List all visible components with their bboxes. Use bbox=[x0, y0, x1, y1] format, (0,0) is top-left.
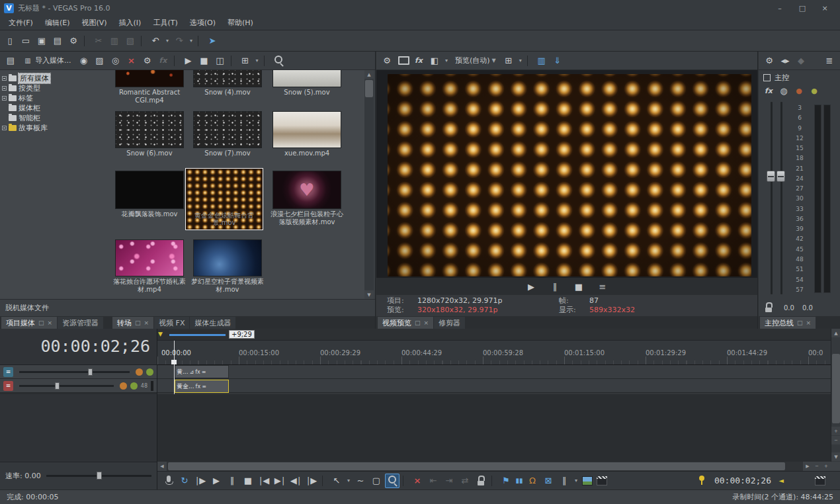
master-icon-master-solo[interactable]: ● bbox=[807, 83, 821, 98]
transport-envelope-edit-tool[interactable]: ~ bbox=[353, 474, 368, 488]
preview-transport-play-button[interactable]: ▶ bbox=[524, 279, 538, 294]
fader-handle-right[interactable] bbox=[777, 171, 785, 182]
tab-close-icon[interactable]: × bbox=[48, 319, 53, 326]
scroll-right-icon[interactable]: ▶ bbox=[803, 462, 812, 471]
expand-icon[interactable] bbox=[2, 76, 7, 81]
tab-close-icon[interactable]: × bbox=[144, 319, 149, 326]
menu-item[interactable]: 编辑(E) bbox=[39, 16, 76, 30]
preview-icon-save-snapshot[interactable]: ⇓ bbox=[550, 54, 565, 68]
transport-go-to-start[interactable]: ∣◀ bbox=[257, 474, 271, 488]
track-lane-1[interactable] bbox=[157, 365, 831, 379]
tree-item[interactable]: 所有媒体 bbox=[0, 73, 74, 83]
master-icon-master-fx[interactable]: fx bbox=[761, 83, 776, 98]
preview-icon-grid-overlay[interactable]: ⊞ bbox=[501, 54, 516, 68]
event-fx-icon[interactable]: fx bbox=[195, 369, 200, 375]
tab-media-generators[interactable]: 媒体生成器 bbox=[190, 317, 235, 329]
tab-float-icon[interactable]: □ bbox=[135, 319, 141, 326]
window-button-maximize[interactable]: □ bbox=[791, 1, 814, 15]
transport-event-thumbnails[interactable] bbox=[581, 474, 594, 488]
transport-snapping[interactable]: ∥ bbox=[557, 474, 571, 488]
transport-record[interactable] bbox=[161, 474, 176, 488]
tree-item[interactable]: 智能柜 bbox=[0, 113, 74, 123]
transport-snapping-dropdown[interactable]: ▾ bbox=[573, 474, 579, 488]
transport-selection-edit-tool[interactable]: ▢ bbox=[369, 474, 384, 488]
tree-item[interactable]: 媒体柜 bbox=[0, 103, 74, 113]
tab-explorer[interactable]: 资源管理器 bbox=[58, 317, 103, 329]
time-ruler[interactable]: 00:00:00 00:00:15:00 00:00:29:29 00:00:4… bbox=[157, 341, 831, 365]
transport-lock-event[interactable] bbox=[474, 474, 488, 488]
tab-project-media[interactable]: 项目媒体 □ × bbox=[1, 317, 57, 329]
media-icon-auto-preview[interactable]: ◫ bbox=[213, 54, 228, 68]
menu-item[interactable]: 文件(F) bbox=[3, 16, 39, 30]
transport-trim-event-start[interactable]: ⇤ bbox=[426, 474, 441, 488]
event-menu-icon[interactable]: ≡ bbox=[202, 384, 206, 390]
media-icon-media-properties[interactable]: ⚙ bbox=[140, 54, 155, 68]
scrollbar-thumb[interactable] bbox=[365, 80, 373, 97]
toolbar-icon-open-project[interactable]: ▭ bbox=[19, 34, 33, 48]
media-item[interactable]: 梦幻星空粒子背景视频素材.mov bbox=[190, 239, 265, 294]
preview-icon-preview-properties[interactable]: ⚙ bbox=[380, 54, 394, 68]
media-item[interactable]: 浪漫七夕栏目包装粒子心落版视频素材.mov bbox=[270, 171, 344, 226]
track-icon[interactable]: ≡ bbox=[3, 367, 13, 377]
media-item[interactable]: 花瓣飘落装饰.mov bbox=[112, 171, 187, 218]
event-clip-2-selected[interactable]: 黄金... fx ≡ bbox=[175, 380, 229, 393]
event-fx-icon[interactable]: fx bbox=[196, 384, 201, 390]
transport-time-display[interactable]: 00:00:02;26 bbox=[714, 476, 771, 485]
transport-play[interactable]: ▶ bbox=[209, 474, 224, 488]
preview-icon-external-monitor[interactable] bbox=[396, 54, 410, 68]
scrollbar-thumb[interactable] bbox=[168, 462, 785, 470]
expand-icon[interactable] bbox=[2, 86, 7, 91]
pan-crop-icon[interactable]: ⊿ bbox=[190, 369, 194, 375]
toolbar-icon-save-project[interactable]: ▣ bbox=[34, 34, 49, 48]
preview-icon-split-screen-dropdown[interactable]: ▾ bbox=[443, 54, 450, 68]
scrollbar-thumb[interactable] bbox=[832, 354, 840, 423]
menu-item[interactable]: 帮助(H) bbox=[222, 16, 259, 30]
mute-button[interactable] bbox=[136, 368, 143, 376]
transport-play-from-start[interactable]: ∣▶ bbox=[193, 474, 208, 488]
zoom-in-icon[interactable]: + bbox=[831, 427, 840, 435]
master-icon-automation-settings[interactable]: ◍ bbox=[777, 83, 791, 98]
tree-item[interactable]: 标签 bbox=[0, 93, 74, 103]
tab-close-icon[interactable]: × bbox=[806, 319, 812, 326]
transport-insert-marker[interactable]: ⚑ bbox=[499, 474, 513, 488]
track-volume-slider[interactable] bbox=[19, 371, 130, 373]
mute-button[interactable] bbox=[120, 382, 127, 390]
transport-zoom-edit-tool[interactable] bbox=[385, 474, 399, 488]
tree-item[interactable]: 按类型 bbox=[0, 83, 74, 93]
marker-bar[interactable]: ▼ +9;29 bbox=[157, 329, 831, 341]
media-icon-extract-audio[interactable]: ◎ bbox=[108, 54, 123, 68]
playhead-handle[interactable] bbox=[171, 360, 177, 364]
pin-icon[interactable] bbox=[694, 474, 709, 488]
media-item[interactable]: Romantic Abstract CGI.mp4 bbox=[112, 70, 187, 105]
media-icon-preview-stop[interactable]: ■ bbox=[197, 54, 212, 68]
media-item[interactable]: Snow (4).mov bbox=[190, 70, 265, 97]
transport-go-to-end[interactable]: ▶∣ bbox=[273, 474, 287, 488]
expand-icon[interactable] bbox=[2, 126, 7, 130]
scroll-up-icon[interactable]: ▲ bbox=[831, 329, 840, 337]
cursor-time-display[interactable]: 00:00:02;26 bbox=[40, 337, 150, 356]
track-lane-2[interactable] bbox=[157, 379, 831, 393]
menu-item[interactable]: 选项(O) bbox=[184, 16, 222, 30]
tab-float-icon[interactable]: □ bbox=[797, 319, 803, 326]
transport-slip-trim[interactable]: ⇄ bbox=[458, 474, 472, 488]
scroll-up-icon[interactable]: ▲ bbox=[364, 70, 374, 79]
toolbar-icon-new-project[interactable]: ▯ bbox=[3, 34, 17, 48]
media-scrollbar[interactable]: ▲ ▼ bbox=[364, 70, 374, 299]
import-media-button[interactable]: ▥ 导入媒体... bbox=[19, 52, 75, 69]
transport-stop[interactable]: ■ bbox=[241, 474, 255, 488]
preview-quality-button[interactable]: 预览(自动) ▼ bbox=[451, 54, 500, 67]
transport-slate-view[interactable] bbox=[595, 474, 609, 488]
loop-marker-icon[interactable]: ▼ bbox=[158, 331, 163, 337]
toolbar-icon-cut[interactable]: ✂ bbox=[91, 34, 106, 48]
toolbar-icon-interactive-tutorials[interactable]: ➤ bbox=[205, 34, 220, 48]
master-toolbar-icon-downmix-output[interactable]: ◂▸ bbox=[778, 54, 792, 68]
track-header-2[interactable]: ≡ 48 bbox=[0, 379, 157, 393]
window-button-minimize[interactable]: – bbox=[769, 1, 791, 15]
scroll-down-icon[interactable]: ▼ bbox=[364, 290, 374, 299]
master-toolbar-icon-dim-output[interactable]: ◆ bbox=[794, 54, 808, 68]
transport-normal-edit-tool[interactable]: ↖ bbox=[329, 474, 344, 488]
tab-trimmer[interactable]: 修剪器 bbox=[434, 317, 465, 329]
zoom-out-icon[interactable]: − bbox=[812, 462, 821, 471]
preview-icon-grid-overlay-dropdown[interactable]: ▾ bbox=[517, 54, 524, 68]
preview-transport-layout-button[interactable]: ≡ bbox=[595, 279, 610, 294]
